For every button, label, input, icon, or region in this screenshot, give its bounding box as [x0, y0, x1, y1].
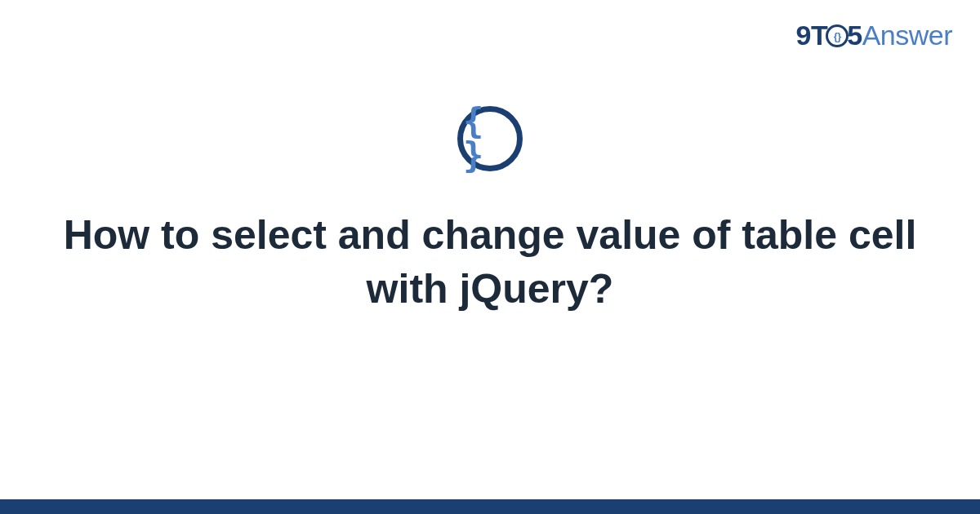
logo-middle: 5 — [847, 20, 862, 51]
logo-o-icon: {} — [826, 24, 849, 47]
logo-prefix: 9T — [796, 20, 828, 51]
braces-glyph: { } — [463, 104, 517, 173]
logo-suffix: Answer — [862, 20, 952, 51]
code-braces-icon: { } — [457, 106, 523, 171]
site-logo: 9T{}5Answer — [796, 20, 952, 51]
footer-bar — [0, 499, 980, 514]
question-title: How to select and change value of table … — [0, 208, 980, 316]
logo-o-inner-braces: {} — [834, 30, 841, 42]
